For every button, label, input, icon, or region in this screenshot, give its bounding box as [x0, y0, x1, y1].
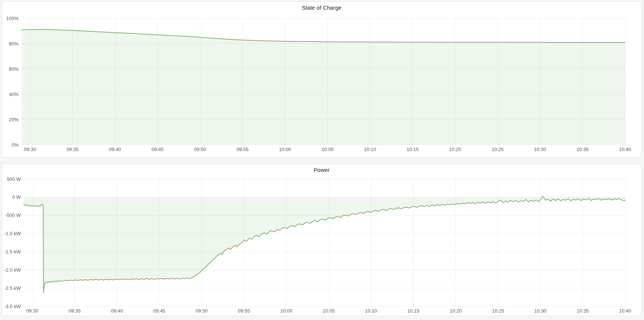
panel-title-power[interactable]: Power [2, 167, 641, 173]
x-axis-tick-label: 09:30 [24, 147, 36, 152]
y-axis-tick-label: -500 W [5, 212, 21, 218]
x-axis-tick-label: 10:20 [449, 147, 461, 152]
y-axis-tick-label: -2.5 kW [4, 285, 21, 291]
x-axis-tick-label: 10:00 [280, 308, 292, 314]
x-axis-tick-label: 09:30 [26, 308, 39, 314]
y-axis-tick-label: -1.5 kW [4, 249, 21, 255]
series-area-fill [24, 196, 625, 293]
y-axis-tick-label: -3.0 kW [4, 304, 21, 309]
power-chart[interactable]: 500 W0 W-500 W-1.0 kW-1.5 kW-2.0 kW-2.5 … [2, 164, 641, 316]
y-axis-tick-label: 40% [9, 92, 19, 97]
x-axis-tick-label: 10:05 [323, 308, 335, 314]
y-axis-tick-label: 100% [6, 16, 19, 21]
x-axis-tick-label: 10:15 [407, 147, 419, 152]
y-axis-tick-label: 20% [9, 117, 19, 122]
x-axis-tick-label: 10:30 [534, 308, 547, 314]
x-axis-tick-label: 09:55 [236, 147, 249, 152]
x-axis-tick-label: 10:35 [576, 147, 589, 152]
y-axis-tick-label: 80% [9, 41, 19, 47]
x-axis-tick-label: 10:35 [577, 308, 589, 314]
series-area-fill [22, 29, 625, 145]
panel-title-state-of-charge[interactable]: State of Charge [2, 4, 641, 11]
x-axis-tick-label: 10:25 [492, 308, 504, 314]
x-axis-tick-label: 10:20 [450, 308, 462, 314]
x-axis-tick-label: 09:50 [194, 147, 206, 152]
x-axis-tick-label: 10:10 [364, 147, 376, 152]
y-axis-tick-label: 60% [9, 66, 19, 72]
x-axis-tick-label: 10:15 [407, 308, 420, 314]
state-of-charge-chart[interactable]: 100%80%60%40%20%0%09:3009:3509:4009:4509… [2, 2, 641, 157]
y-axis-tick-label: -1.0 kW [4, 231, 21, 236]
x-axis-tick-label: 10:40 [619, 308, 631, 314]
x-axis-tick-label: 09:40 [109, 147, 121, 152]
x-axis-tick-label: 09:40 [111, 308, 123, 314]
x-axis-tick-label: 10:00 [279, 147, 291, 152]
panel-state-of-charge: State of Charge 100%80%60%40%20%0%09:300… [2, 1, 641, 157]
y-axis-tick-label: 0 W [12, 194, 21, 200]
x-axis-tick-label: 10:40 [619, 147, 631, 152]
x-axis-tick-label: 10:25 [492, 147, 504, 152]
x-axis-tick-label: 10:10 [365, 308, 377, 314]
x-axis-tick-label: 10:05 [321, 147, 334, 152]
x-axis-tick-label: 09:50 [195, 308, 208, 314]
x-axis-tick-label: 09:35 [68, 308, 81, 314]
y-axis-tick-label: 0% [12, 142, 19, 148]
panel-power: Power 500 W0 W-500 W-1.0 kW-1.5 kW-2.0 k… [2, 164, 641, 316]
x-axis-tick-label: 10:30 [534, 147, 546, 152]
y-axis-tick-label: 500 W [7, 176, 21, 182]
x-axis-tick-label: 09:35 [67, 147, 79, 152]
y-axis-tick-label: -2.0 kW [4, 267, 21, 273]
x-axis-tick-label: 09:45 [153, 308, 165, 314]
x-axis-tick-label: 09:55 [238, 308, 250, 314]
x-axis-tick-label: 09:45 [152, 147, 164, 152]
